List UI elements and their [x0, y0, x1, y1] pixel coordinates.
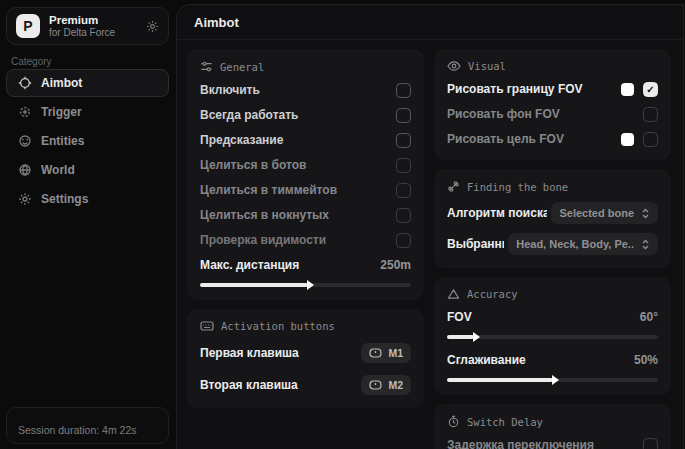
logo-letter: P	[23, 18, 32, 34]
page-title: Aimbot	[194, 15, 239, 30]
panel-title: Finding the bone	[467, 181, 568, 193]
session-duration: Session duration: 4m 22s	[18, 424, 136, 436]
panel-switch-delay-header: Switch Delay	[447, 415, 658, 428]
toggle-label: Целиться в ботов	[200, 158, 306, 172]
crosshair-icon	[18, 76, 32, 90]
checkbox-aim-teammates[interactable]	[396, 183, 411, 198]
keybind-label: Первая клавиша	[200, 346, 299, 360]
panel-finding-bone-header: Finding the bone	[447, 180, 658, 193]
keybind-row-second: Вторая клавиша M2	[200, 375, 411, 395]
selected-bones-row: Выбранные кос Head, Neck, Body, Pe..	[447, 233, 658, 255]
select-value: Head, Neck, Body, Pe..	[516, 238, 634, 250]
fov-slider[interactable]	[447, 335, 658, 339]
slider-label: Макс. дистанция	[200, 258, 299, 272]
bone-algorithm-select[interactable]: Selected bone	[551, 202, 658, 224]
toggle-row-prediction: Предсказание	[200, 132, 411, 148]
selected-bones-select[interactable]: Head, Neck, Body, Pe..	[508, 233, 658, 255]
checkbox-always-work[interactable]	[396, 108, 411, 123]
switch-delay-toggle-label: Задержка переключения	[447, 438, 594, 449]
fov-label: FOV	[447, 310, 472, 324]
visual-row-fov-target: Рисовать цель FOV	[447, 131, 658, 147]
main-header: Aimbot	[177, 5, 683, 40]
checkbox-fov-background[interactable]	[643, 107, 658, 122]
panel-general: General Включить Всегда работать Предска…	[187, 49, 424, 300]
bone-algorithm-label: Алгоритм поиска кост	[447, 206, 547, 220]
brand-title: Premium	[49, 14, 137, 27]
gear-icon[interactable]	[146, 20, 159, 33]
sidebar-item-world[interactable]: World	[6, 156, 169, 184]
timer-icon	[447, 415, 460, 428]
toggle-label: Проверка видимости	[200, 233, 326, 247]
brand-card[interactable]: P Premium for Delta Force	[6, 7, 169, 45]
sidebar-item-label: Trigger	[41, 105, 82, 119]
toggle-label: Целиться в тиммейтов	[200, 183, 337, 197]
visual-label: Рисовать фон FOV	[447, 107, 560, 121]
panel-switch-delay: Switch Delay Задержка переключения Задер…	[434, 404, 671, 449]
toggle-row-aim-bots: Целиться в ботов	[200, 157, 411, 173]
select-value: Selected bone	[559, 207, 634, 219]
category-nav: Aimbot Trigger Entities	[6, 69, 169, 214]
keybind-button-first[interactable]: M1	[361, 343, 411, 363]
smoothing-slider[interactable]	[447, 378, 658, 382]
checkbox-aim-bots[interactable]	[396, 158, 411, 173]
keybind-row-first: Первая клавиша M1	[200, 343, 411, 363]
slider-row-max-distance: Макс. дистанция 250m	[200, 257, 411, 273]
panel-activation-buttons: Activation buttons Первая клавиша M1	[187, 309, 424, 408]
entities-icon	[18, 134, 32, 148]
category-label: Category	[11, 56, 52, 67]
mouse-icon	[369, 380, 382, 390]
session-card: Session duration: 4m 22s	[6, 407, 169, 444]
sidebar-item-aimbot[interactable]: Aimbot	[6, 69, 169, 97]
checkbox-enable[interactable]	[396, 83, 411, 98]
slider-value: 250m	[380, 258, 411, 272]
fov-slider-row: FOV 60°	[447, 309, 658, 325]
slider-fill	[200, 283, 308, 287]
switch-delay-toggle-row: Задержка переключения	[447, 437, 658, 449]
content: General Включить Всегда работать Предска…	[177, 40, 683, 449]
brand-text: Premium for Delta Force	[49, 14, 137, 39]
visual-label: Рисовать цель FOV	[447, 132, 564, 146]
sliders-icon	[200, 60, 213, 73]
checkbox-fov-border[interactable]	[643, 82, 658, 97]
sidebar-item-entities[interactable]: Entities	[6, 127, 169, 155]
sidebar-item-settings[interactable]: Settings	[6, 185, 169, 213]
checkbox-fov-target[interactable]	[643, 132, 658, 147]
keybind-button-second[interactable]: M2	[361, 375, 411, 395]
checkbox-prediction[interactable]	[396, 133, 411, 148]
fov-value: 60°	[640, 310, 658, 324]
toggle-row-aim-knocked: Целиться в нокнутых	[200, 207, 411, 223]
panel-title: Accuracy	[467, 288, 518, 300]
toggle-row-always-work: Всегда работать	[200, 107, 411, 123]
keybind-label: Вторая клавиша	[200, 378, 298, 392]
panel-title: Activation buttons	[221, 320, 335, 332]
smoothing-slider-row: Сглаживание 50%	[447, 352, 658, 368]
slider-fill	[447, 378, 553, 382]
sidebar-item-label: World	[41, 163, 75, 177]
unfold-icon	[641, 239, 650, 250]
settings-gear-icon	[18, 192, 32, 206]
checkbox-aim-knocked[interactable]	[396, 208, 411, 223]
triangle-icon	[447, 288, 460, 300]
left-column: General Включить Всегда работать Предска…	[187, 49, 424, 449]
smoothing-label: Сглаживание	[447, 353, 526, 367]
checkbox-switch-delay[interactable]	[643, 438, 658, 449]
sidebar-item-label: Entities	[41, 134, 84, 148]
smoothing-value: 50%	[634, 353, 658, 367]
main-panel: Aimbot General Включить	[176, 4, 684, 449]
app-logo: P	[16, 14, 40, 38]
panel-finding-bone: Finding the bone Алгоритм поиска кост Se…	[434, 169, 671, 268]
sidebar-item-trigger[interactable]: Trigger	[6, 98, 169, 126]
toggle-row-visibility-check: Проверка видимости	[200, 232, 411, 248]
target-icon	[18, 105, 32, 119]
toggle-label: Целиться в нокнутых	[200, 208, 329, 222]
globe-icon	[18, 163, 32, 177]
panel-accuracy-header: Accuracy	[447, 288, 658, 300]
keyboard-icon	[200, 320, 214, 332]
checkbox-visibility-check[interactable]	[396, 233, 411, 248]
visual-row-fov-background: Рисовать фон FOV	[447, 106, 658, 122]
color-swatch[interactable]	[621, 133, 634, 146]
max-distance-slider[interactable]	[200, 283, 411, 287]
eye-icon	[447, 60, 461, 72]
color-swatch[interactable]	[621, 83, 634, 96]
keybind-value: M2	[388, 379, 403, 391]
